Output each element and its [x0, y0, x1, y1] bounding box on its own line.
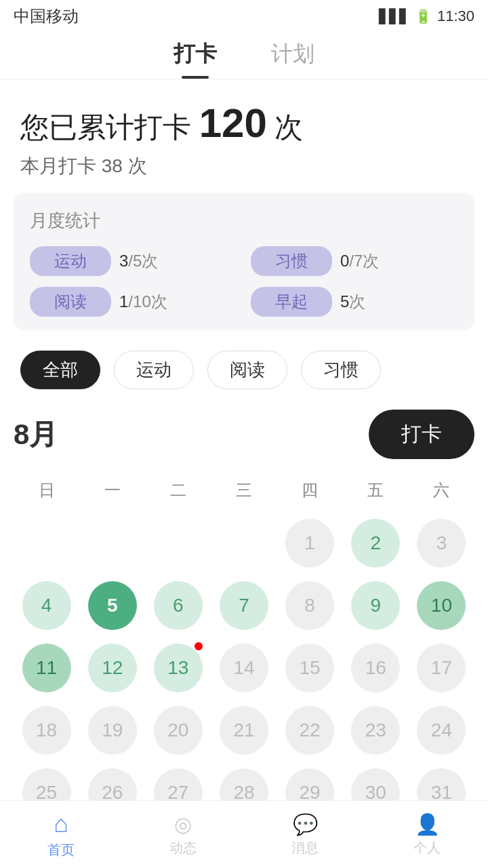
- filter-exercise-button[interactable]: 运动: [114, 351, 194, 389]
- status-bar: 中国移动 ▋▋▋ 🔋 11:30: [0, 0, 488, 33]
- cal-day-3[interactable]: 3: [409, 512, 474, 574]
- top-tabs: 打卡 计划: [0, 33, 488, 79]
- cal-day-18[interactable]: 18: [14, 699, 79, 762]
- cal-day-8[interactable]: 8: [277, 574, 343, 637]
- stat-count-reading: 1/10次: [119, 291, 167, 313]
- cal-day-13[interactable]: 13: [145, 637, 211, 699]
- cal-empty-3: [211, 512, 277, 574]
- monthly-card-title: 月度统计: [30, 209, 458, 233]
- cal-day-7[interactable]: 7: [211, 574, 277, 637]
- cal-empty-2: [145, 512, 211, 574]
- stat-row-earlyrise: 早起 5次: [251, 287, 458, 317]
- cal-day-4[interactable]: 4: [14, 574, 79, 637]
- stat-tag-exercise: 运动: [30, 246, 111, 276]
- nav-profile-label: 个人: [413, 839, 441, 857]
- cal-day-9[interactable]: 9: [343, 574, 409, 637]
- profile-icon: 👤: [415, 812, 440, 836]
- total-checkin: 您已累计打卡 120 次: [20, 100, 468, 146]
- cal-day-17[interactable]: 17: [409, 637, 474, 699]
- cal-day-6[interactable]: 6: [145, 574, 211, 637]
- cal-day-24[interactable]: 24: [409, 699, 474, 762]
- cal-empty-1: [79, 512, 145, 574]
- nav-feed[interactable]: ◎ 动态: [169, 812, 197, 857]
- nav-home[interactable]: ⌂ 首页: [47, 810, 75, 859]
- weekday-sun: 日: [14, 473, 79, 512]
- battery-icon: 🔋: [415, 8, 432, 24]
- carrier-label: 中国移动: [14, 5, 79, 27]
- nav-message[interactable]: 💬 消息: [291, 812, 319, 857]
- status-right: ▋▋▋ 🔋 11:30: [379, 7, 474, 25]
- stat-tag-habit: 习惯: [251, 246, 332, 276]
- weekday-mon: 一: [79, 473, 145, 512]
- nav-home-label: 首页: [47, 841, 75, 859]
- weekday-sat: 六: [409, 473, 474, 512]
- filter-bar: 全部 运动 阅读 习惯: [0, 330, 488, 396]
- calendar-header: 8月 打卡: [14, 410, 474, 459]
- stat-count-earlyrise: 5次: [340, 291, 365, 313]
- stat-count-habit: 0/7次: [340, 250, 379, 272]
- weekday-fri: 五: [343, 473, 409, 512]
- cal-day-10[interactable]: 10: [409, 574, 474, 637]
- filter-habit-button[interactable]: 习惯: [301, 351, 381, 389]
- stat-count-exercise: 3/5次: [119, 250, 158, 272]
- cal-day-15[interactable]: 15: [277, 637, 343, 699]
- cal-empty-0: [14, 512, 79, 574]
- monthly-stats-card: 月度统计 运动 3/5次 习惯 0/7次 阅读 1/10次 早起 5次: [14, 193, 474, 330]
- tab-plan[interactable]: 计划: [271, 39, 314, 79]
- stats-header: 您已累计打卡 120 次 本月打卡 38 次: [0, 79, 488, 193]
- checkin-button[interactable]: 打卡: [369, 410, 474, 459]
- cal-day-14[interactable]: 14: [211, 637, 277, 699]
- cal-day-19[interactable]: 19: [79, 699, 145, 762]
- stat-row-exercise: 运动 3/5次: [30, 246, 237, 276]
- calendar-section: 8月 打卡 日 一 二 三 四 五 六 1 2 3 4: [0, 396, 488, 824]
- cal-day-21[interactable]: 21: [211, 699, 277, 762]
- tab-checkin[interactable]: 打卡: [174, 39, 217, 79]
- cal-day-5[interactable]: 5: [79, 574, 145, 637]
- stat-row-reading: 阅读 1/10次: [30, 287, 237, 317]
- message-icon: 💬: [293, 812, 318, 836]
- cal-day-11[interactable]: 11: [14, 637, 79, 699]
- cal-day-2[interactable]: 2: [343, 512, 409, 574]
- weekday-thu: 四: [277, 473, 343, 512]
- calendar-grid: 日 一 二 三 四 五 六 1 2 3 4 5 6: [14, 473, 474, 824]
- cal-day-22[interactable]: 22: [277, 699, 343, 762]
- feed-icon: ◎: [174, 812, 192, 836]
- weekday-tue: 二: [145, 473, 211, 512]
- monthly-checkin-label: 本月打卡 38 次: [20, 153, 468, 179]
- bottom-nav: ⌂ 首页 ◎ 动态 💬 消息 👤 个人: [0, 800, 488, 868]
- cal-day-1[interactable]: 1: [277, 512, 343, 574]
- stat-row-habit: 习惯 0/7次: [251, 246, 458, 276]
- month-label: 8月: [14, 416, 58, 454]
- filter-all-button[interactable]: 全部: [20, 351, 100, 389]
- filter-reading-button[interactable]: 阅读: [207, 351, 287, 389]
- weekday-wed: 三: [211, 473, 277, 512]
- stat-tag-reading: 阅读: [30, 287, 111, 317]
- time-display: 11:30: [437, 7, 474, 25]
- cal-day-20[interactable]: 20: [145, 699, 211, 762]
- nav-profile[interactable]: 👤 个人: [413, 812, 441, 857]
- cal-day-12[interactable]: 12: [79, 637, 145, 699]
- nav-feed-label: 动态: [169, 839, 197, 857]
- cal-day-16[interactable]: 16: [343, 637, 409, 699]
- red-dot-13: [195, 642, 203, 650]
- stats-grid: 运动 3/5次 习惯 0/7次 阅读 1/10次 早起 5次: [30, 246, 458, 317]
- nav-message-label: 消息: [291, 839, 319, 857]
- signal-icon: ▋▋▋: [379, 8, 409, 24]
- stat-tag-earlyrise: 早起: [251, 287, 332, 317]
- home-icon: ⌂: [54, 810, 68, 838]
- cal-day-23[interactable]: 23: [343, 699, 409, 762]
